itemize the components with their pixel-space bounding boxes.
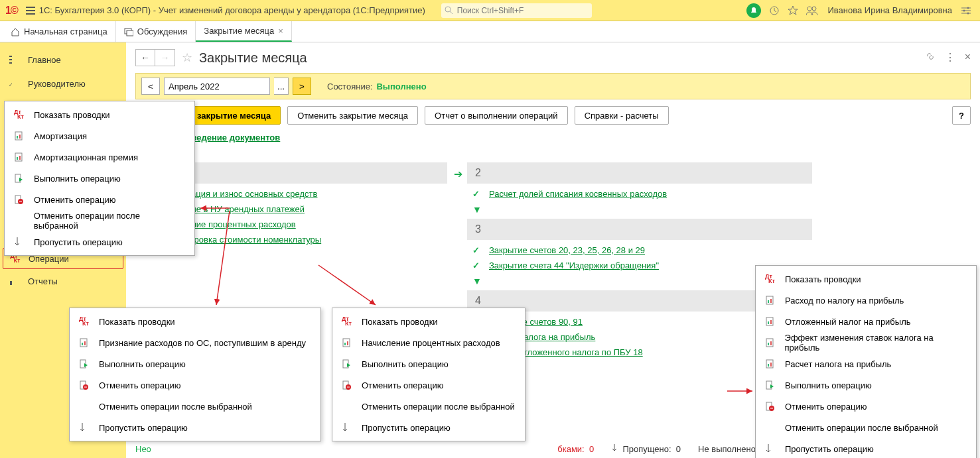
stage-2-header: 2	[467, 162, 812, 184]
svg-rect-29	[347, 341, 348, 345]
svg-point-0	[445, 7, 451, 12]
ctx-skip-op[interactable]: Пропустить операцию	[5, 231, 194, 253]
op-indirect-link[interactable]: Расчет долей списания косвенных расходов	[489, 189, 667, 199]
context-menu-rent: Дт КтПоказать проводки Признание расходо…	[69, 308, 321, 441]
ctx-rate-effect[interactable]: Эффект изменения ставок налога на прибыл…	[756, 332, 976, 353]
ctx-amort-premium[interactable]: Амортизационная премия	[5, 146, 194, 168]
ctx-execute-op[interactable]: Выполнить операцию	[5, 168, 194, 189]
chart-icon	[9, 277, 20, 285]
help-button[interactable]: ?	[952, 106, 971, 125]
svg-rect-43	[768, 364, 769, 367]
ctx-execute-op[interactable]: Выполнить операцию	[332, 353, 525, 374]
ctx-cancel-after[interactable]: Отменить операции после выбранной	[756, 417, 976, 438]
link-icon[interactable]	[925, 51, 936, 64]
ctx-label: Показать проводки	[785, 274, 861, 284]
ctx-os-rent[interactable]: Признание расходов по ОС, поступившим в …	[70, 332, 320, 353]
execute-icon	[79, 359, 92, 369]
svg-rect-14	[19, 135, 21, 139]
svg-rect-34	[768, 300, 769, 303]
ctx-skip-op[interactable]: Пропустить операцию	[70, 417, 320, 438]
references-button[interactable]: Справки - расчеты	[575, 106, 669, 125]
check-icon: ✓	[472, 189, 480, 199]
favorites-icon[interactable]	[788, 5, 798, 16]
ctx-show-postings[interactable]: Дт КтПоказать проводки	[756, 268, 976, 290]
ctx-label: Отменить операции после выбранной	[34, 211, 185, 231]
ctx-execute-op[interactable]: Выполнить операцию	[70, 353, 320, 374]
close-icon[interactable]: ×	[278, 26, 283, 36]
more-icon[interactable]: ⋮	[945, 51, 955, 64]
ctx-show-postings[interactable]: Дт КтПоказать проводки	[70, 311, 320, 332]
ctx-deferred-tax[interactable]: Отложенный налог на прибыль	[756, 311, 976, 332]
sidebar-item-main[interactable]: Главное	[0, 48, 126, 72]
ctx-cancel-after[interactable]: Отменить операции после выбранной	[332, 396, 525, 417]
ctx-cancel-after[interactable]: Отменить операции после выбранной	[5, 210, 194, 231]
ctx-execute-op[interactable]: Выполнить операцию	[756, 374, 976, 396]
flow-arrow-down-icon: ▼	[141, 148, 971, 158]
favorite-toggle[interactable]: ☆	[182, 50, 192, 65]
svg-rect-35	[770, 299, 772, 303]
action-row: Выполнить закрытие месяца Отменить закры…	[135, 106, 971, 125]
ctx-interest[interactable]: Начисление процентных расходов	[332, 332, 525, 353]
period-next-button[interactable]: >	[293, 78, 311, 95]
tab-home[interactable]: Начальная страница	[3, 21, 116, 42]
dtkt-icon: Дт Кт	[14, 110, 27, 119]
ctx-cancel-after[interactable]: Отменить операции после выбранной	[70, 396, 320, 417]
period-input[interactable]	[164, 78, 270, 95]
ctx-cancel-op[interactable]: Отменить операцию	[70, 374, 320, 396]
notifications-icon[interactable]	[746, 3, 761, 18]
ctx-cancel-op[interactable]: Отменить операцию	[332, 374, 525, 396]
op-close-44-link[interactable]: Закрытие счета 44 "Издержки обращения"	[489, 260, 659, 270]
tab-discussions[interactable]: Обсуждения	[116, 21, 196, 42]
report-icon	[765, 359, 778, 369]
ctx-skip-op[interactable]: Пропустить операцию	[756, 438, 976, 458]
home-icon	[11, 27, 20, 36]
svg-point-4	[967, 7, 969, 9]
execute-icon	[765, 380, 778, 390]
close-page-icon[interactable]: ×	[965, 51, 971, 64]
ctx-amortization[interactable]: Амортизация	[5, 125, 194, 146]
tab-month-close[interactable]: Закрытие месяца ×	[196, 21, 291, 42]
footer-skipped-label: Пропущено:	[622, 444, 671, 454]
ctx-cancel-op[interactable]: Отменить операцию	[756, 396, 976, 417]
sidebar-item-reports[interactable]: Отчеты	[0, 269, 126, 293]
ctx-label: Выполнить операцию	[362, 359, 449, 369]
report-icon	[765, 317, 778, 326]
context-menu-interest: Дт КтПоказать проводки Начисление процен…	[332, 308, 525, 441]
footer-notdone-label: Не выполнено:	[698, 444, 758, 454]
tab-label: Обсуждения	[137, 27, 188, 36]
cancel-icon	[765, 402, 778, 411]
op-close-20-29-link[interactable]: Закрытие счетов 20, 23, 25, 26, 28 и 29	[489, 245, 645, 255]
svg-rect-22	[82, 343, 83, 345]
svg-rect-33	[766, 296, 773, 304]
svg-rect-42	[766, 360, 773, 368]
ctx-skip-op[interactable]: Пропустить операцию	[332, 417, 525, 438]
forward-button[interactable]: →	[155, 49, 175, 66]
ctx-label: Выполнить операцию	[785, 380, 872, 390]
report-icon	[765, 338, 778, 347]
global-search[interactable]	[441, 3, 592, 18]
ctx-cancel-op[interactable]: Отменить операцию	[5, 189, 194, 210]
status-value: Выполнено	[376, 82, 426, 91]
stage-3-header: 3	[467, 219, 812, 240]
back-button[interactable]: ←	[135, 49, 155, 66]
sidebar-item-manager[interactable]: Руководителю	[0, 72, 126, 95]
users-icon[interactable]	[806, 6, 818, 15]
ctx-tax-expense[interactable]: Расход по налогу на прибыль	[756, 290, 976, 311]
cancel-close-button[interactable]: Отменить закрытие месяца	[287, 106, 418, 125]
ctx-profit-tax[interactable]: Расчет налога на прибыль	[756, 353, 976, 374]
period-bar: < ... > Состояние: Выполнено	[135, 73, 971, 99]
ctx-label: Отложенный налог на прибыль	[785, 317, 911, 327]
report-button[interactable]: Отчет о выполнении операций	[425, 106, 568, 125]
period-prev-button[interactable]: <	[141, 78, 160, 95]
ctx-label: Отменить операции после выбранной	[362, 402, 515, 412]
settings-icon[interactable]	[961, 7, 971, 15]
period-picker-button[interactable]: ...	[274, 78, 289, 95]
svg-rect-28	[344, 343, 346, 345]
ctx-show-postings[interactable]: Дт КтПоказать проводки	[5, 104, 194, 125]
svg-point-5	[963, 9, 965, 11]
ctx-show-postings[interactable]: Дт КтПоказать проводки	[332, 311, 525, 332]
search-input[interactable]	[441, 3, 592, 18]
history-icon[interactable]	[769, 5, 780, 16]
current-user[interactable]: Иванова Ирина Владимировна	[827, 5, 952, 15]
main-menu-icon[interactable]	[26, 7, 35, 15]
